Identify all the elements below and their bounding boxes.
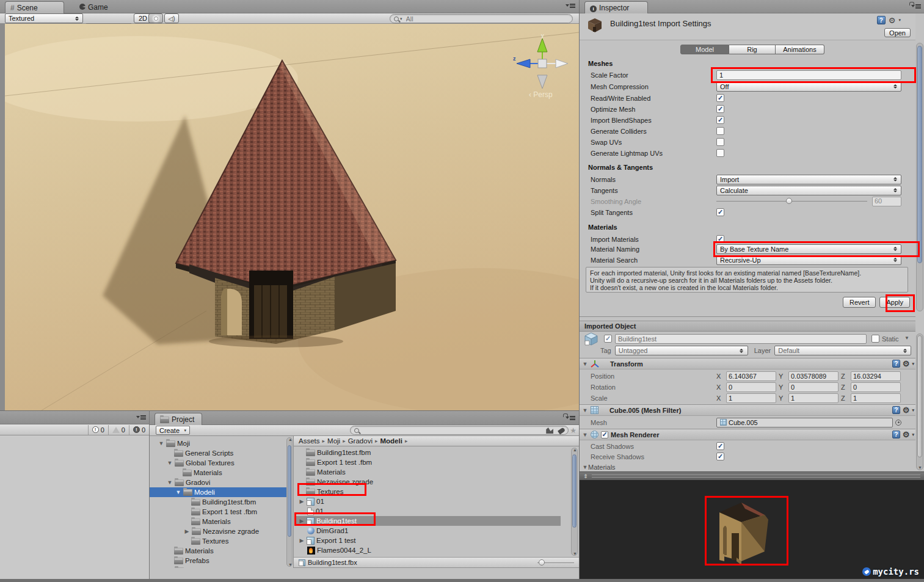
inspector-bottom-scrollbar[interactable]: ▼: [916, 333, 923, 470]
scale-z-input[interactable]: [851, 393, 901, 403]
gear-icon[interactable]: ⚙: [903, 360, 910, 368]
read-write-checkbox[interactable]: ✓: [716, 94, 724, 102]
gear-icon[interactable]: ⚙: [889, 16, 896, 24]
scene-menu-icon[interactable]: [566, 4, 575, 8]
tree-item-nezavisne-zgrade[interactable]: ▶Nezavisne zgrade: [150, 526, 287, 536]
breadcrumb-assets[interactable]: Assets: [299, 437, 320, 445]
scale-factor-input[interactable]: [716, 70, 901, 80]
breadcrumb-modeli[interactable]: Modeli: [380, 437, 402, 445]
normals-dropdown[interactable]: Import: [716, 175, 901, 184]
tree-item-gradovi[interactable]: ▼Gradovi: [150, 478, 287, 487]
file-export1test[interactable]: ▶Export 1 test: [295, 536, 561, 545]
tab-project[interactable]: Project: [155, 413, 202, 425]
rotation-x-input[interactable]: [726, 382, 776, 392]
project-search-input[interactable]: [359, 427, 564, 434]
audio-toggle-button[interactable]: ◁): [164, 13, 179, 23]
materials-foldout-row[interactable]: ▼ Materials: [580, 462, 915, 472]
gameobject-name-input[interactable]: [615, 334, 867, 344]
foldout-arrow-icon[interactable]: ▼: [582, 407, 588, 413]
smoothing-angle-value[interactable]: 60: [872, 197, 901, 206]
tree-item-scene[interactable]: ▶Scene: [150, 566, 287, 568]
help-icon[interactable]: ?: [892, 360, 900, 368]
import-blendshapes-checkbox[interactable]: ✓: [716, 116, 724, 124]
tree-item-materials-moji[interactable]: Materials: [150, 546, 287, 556]
optimize-mesh-checkbox[interactable]: ✓: [716, 105, 724, 113]
file-dimgrad1[interactable]: DimGrad1: [295, 526, 561, 536]
tree-item-modeli[interactable]: ▼Modeli: [150, 487, 287, 497]
preview-splitter[interactable]: ⇕: [580, 471, 924, 480]
search-by-type-icon[interactable]: [546, 427, 553, 434]
generate-lightmap-checkbox[interactable]: [716, 149, 724, 157]
file-building1test-fbm[interactable]: Building1test.fbm: [295, 448, 561, 457]
tree-item-building1test-fbm[interactable]: Building1test.fbm: [150, 497, 287, 507]
tab-inspector[interactable]: iInspector: [584, 1, 648, 13]
revert-button[interactable]: Revert: [843, 297, 876, 308]
breadcrumb[interactable]: Assets ▸ Moji ▸ Gradovi ▸ Modeli ▸: [294, 436, 579, 446]
breadcrumb-gradovi[interactable]: Gradovi: [348, 437, 373, 445]
file-building1test[interactable]: ▶Building1test: [295, 516, 561, 526]
project-menu-icon[interactable]: [566, 416, 575, 420]
tree-scrollbar[interactable]: ▲ ▼: [286, 437, 293, 567]
tree-item-moji[interactable]: ▼Moji: [150, 438, 287, 448]
tab-rig[interactable]: Rig: [729, 45, 776, 54]
active-checkbox[interactable]: ✓: [604, 335, 612, 343]
object-picker-icon[interactable]: [895, 420, 901, 426]
project-folder-tree[interactable]: ▼Moji General Scripts ▼Global Textures M…: [150, 436, 293, 568]
tree-item-export1test-fbm[interactable]: Export 1 test .fbm: [150, 507, 287, 517]
renderer-enabled-checkbox[interactable]: ✓: [601, 431, 608, 438]
console-menu-icon[interactable]: [136, 415, 146, 420]
apply-button[interactable]: Apply: [879, 297, 910, 308]
layer-dropdown[interactable]: Default: [774, 346, 911, 355]
tag-dropdown[interactable]: Untagged: [615, 346, 748, 355]
tree-item-prefabs[interactable]: Prefabs: [150, 556, 287, 566]
foldout-arrow-icon[interactable]: ▼: [582, 464, 588, 470]
rotation-y-input[interactable]: [788, 382, 839, 392]
favorites-star-icon[interactable]: ★: [570, 426, 577, 435]
import-materials-checkbox[interactable]: ✓: [716, 235, 724, 243]
breadcrumb-moji[interactable]: Moji: [327, 437, 340, 445]
help-icon[interactable]: ?: [877, 16, 886, 24]
material-naming-dropdown[interactable]: By Base Texture Name: [716, 244, 901, 254]
file-list-scrollbar[interactable]: ▲ ▼: [571, 448, 578, 556]
console-error-toggle[interactable]: ! 0: [129, 425, 149, 435]
scene-viewport[interactable]: y z ‹ Persp: [5, 24, 579, 410]
create-dropdown[interactable]: Create▾: [156, 426, 190, 435]
tree-item-materials-gt[interactable]: Materials: [150, 468, 287, 478]
gear-icon[interactable]: ⚙: [903, 431, 910, 438]
console-warning-toggle[interactable]: 0: [108, 425, 129, 435]
mesh-compression-dropdown[interactable]: Off: [716, 82, 901, 92]
mesh-object-field[interactable]: Cube.005: [716, 418, 893, 427]
position-x-input[interactable]: [726, 371, 776, 381]
file-materials[interactable]: Materials: [295, 467, 561, 477]
static-checkbox[interactable]: [871, 335, 879, 343]
scene-search-input[interactable]: [404, 15, 569, 23]
split-tangents-checkbox[interactable]: ✓: [716, 208, 724, 216]
file-nezavisne-zgrade[interactable]: Nezavisne zgrade: [295, 477, 561, 487]
generate-colliders-checkbox[interactable]: [716, 127, 724, 135]
mesh-filter-header[interactable]: ▼ Cube.005 (Mesh Filter) ?⚙▾: [580, 404, 915, 416]
inspector-top-scrollbar[interactable]: [916, 43, 923, 311]
scale-x-input[interactable]: [726, 393, 776, 403]
file-textures[interactable]: Textures: [295, 487, 561, 497]
receive-shadows-checkbox[interactable]: ✓: [716, 453, 724, 460]
file-export1test-fbm[interactable]: Export 1 test .fbm: [295, 457, 561, 467]
file-01-model[interactable]: ▶01: [295, 497, 561, 506]
lighting-toggle-button[interactable]: [148, 13, 163, 23]
console-info-toggle[interactable]: ! 0: [88, 425, 108, 435]
scene-orientation-gizmo[interactable]: y z ‹ Persp: [512, 30, 573, 100]
project-search-field[interactable]: [350, 426, 569, 435]
static-dropdown-arrow-icon[interactable]: ▼: [904, 335, 909, 341]
foldout-arrow-icon[interactable]: ▼: [582, 361, 588, 367]
preview-pane[interactable]: mycity.rs: [580, 480, 924, 579]
tree-item-materials-modeli[interactable]: Materials: [150, 517, 287, 526]
rotation-z-input[interactable]: [851, 382, 901, 392]
label-icon[interactable]: [558, 427, 566, 434]
scene-search-field[interactable]: ▾: [390, 14, 573, 23]
cast-shadows-checkbox[interactable]: ✓: [716, 442, 724, 450]
thumbnail-size-slider[interactable]: [537, 562, 574, 563]
tab-scene[interactable]: #Scene: [5, 1, 64, 13]
gear-icon[interactable]: ⚙: [903, 406, 910, 414]
tab-game[interactable]: Game: [75, 1, 115, 13]
tangents-dropdown[interactable]: Calculate: [716, 186, 901, 195]
tree-item-global-textures[interactable]: ▼Global Textures: [150, 458, 287, 468]
